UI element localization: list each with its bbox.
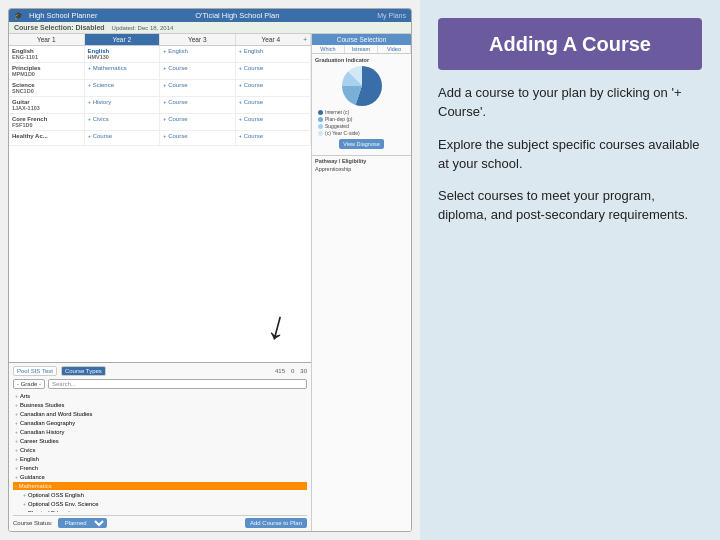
planner-titlebar: 🎓 High School Planner O'Ticial High Scho… (9, 9, 411, 22)
y3-healthy[interactable]: + Course (160, 131, 236, 145)
y3-guitar[interactable]: + Course (160, 97, 236, 113)
y2-english: EnglishHMV130 (85, 46, 161, 62)
y3-english[interactable]: + English (160, 46, 236, 62)
view-diagnose-button[interactable]: View Diagnose (339, 139, 384, 149)
planner-window: 🎓 High School Planner O'Ticial High Scho… (8, 8, 412, 532)
legend-item: Plan-dep (p) (315, 116, 408, 122)
count-3: 30 (300, 368, 307, 374)
table-row: Guitar1JAX-1103 + History + Course + Cou… (9, 97, 311, 114)
courses-area: Year 1 Year 2 Year 3 Year 4 + EnglishENG… (9, 34, 311, 531)
side-panel: Course Selection Which Istream Video Gra… (311, 34, 411, 531)
instruction-para-1: Add a course to your plan by clicking on… (420, 84, 720, 122)
list-item[interactable]: + Optional OSS English (13, 491, 307, 499)
grad-pie-chart (342, 66, 382, 106)
tab-istream[interactable]: Istream (345, 45, 378, 53)
course-status-select[interactable]: Planned (58, 518, 107, 528)
list-item[interactable]: + Optional OSS Env. Science (13, 500, 307, 508)
updated-date: Updated: Dec 18, 2014 (112, 25, 174, 31)
bottom-section: Pool SIS Test Course Types 415 0 30 - Gr… (9, 362, 311, 531)
y1-principles: PrinciplesMPM1D0 (9, 63, 85, 79)
app-title: High School Planner (29, 11, 97, 20)
y2-math[interactable]: + Mathematics (85, 63, 161, 79)
add-course-to-plan-button[interactable]: Add Course to Plan (245, 518, 307, 528)
grade-select[interactable]: - Grade - (13, 379, 45, 389)
right-panel: Adding A Course Add a course to your pla… (420, 0, 720, 540)
y4-guitar[interactable]: + Course (236, 97, 312, 113)
tab-pool-sis[interactable]: Pool SIS Test (13, 366, 57, 376)
year-headers: Year 1 Year 2 Year 3 Year 4 + (9, 34, 311, 46)
list-item[interactable]: + Canadian Geography (13, 419, 307, 427)
instruction-para-2: Explore the subject specific courses ava… (420, 136, 720, 174)
apprenticeship-label: Apprenticeship (315, 166, 408, 172)
course-list-area: + Arts + Business Studies + Canadian and… (13, 392, 307, 512)
pathway-label: Pathway / Eligibility (315, 158, 408, 164)
table-row: ScienceSNC1D0 + Science + Course + Cours… (9, 80, 311, 97)
y4-math[interactable]: + Course (236, 63, 312, 79)
side-panel-title: Course Selection (312, 34, 411, 45)
y3-french[interactable]: + Course (160, 114, 236, 130)
legend-item: Suggested (315, 123, 408, 129)
course-list-col: + Arts + Business Studies + Canadian and… (13, 392, 307, 512)
list-item[interactable]: + Canadian History (13, 428, 307, 436)
my-plans-link[interactable]: My Plans (377, 12, 406, 19)
year-3-header: Year 3 (160, 34, 236, 45)
y4-french[interactable]: + Course (236, 114, 312, 130)
list-item[interactable]: + Canadian and Word Studies (13, 410, 307, 418)
y2-civics[interactable]: + Civics (85, 114, 161, 130)
list-item[interactable]: + Civics (13, 446, 307, 454)
list-item[interactable]: + Guidance (13, 473, 307, 481)
course-rows: EnglishENG-1101 EnglishHMV130 + English … (9, 46, 311, 362)
list-item[interactable]: + Career Studies (13, 437, 307, 445)
search-row: - Grade - Search... (13, 379, 307, 389)
y4-healthy[interactable]: + Course (236, 131, 312, 145)
grad-indicator: Graduation Indicator Internet (c) Plan-d… (312, 54, 411, 155)
y2-history[interactable]: + History (85, 97, 161, 113)
y2-healthy[interactable]: + Course (85, 131, 161, 145)
legend-item: (c) Year C-side) (315, 130, 408, 136)
adding-course-title: Adding A Course (438, 18, 702, 70)
y3-math[interactable]: + Course (160, 63, 236, 79)
grad-indicator-title: Graduation Indicator (315, 57, 408, 63)
list-item[interactable]: + Arts (13, 392, 307, 400)
y1-science: ScienceSNC1D0 (9, 80, 85, 96)
list-item[interactable]: + English (13, 455, 307, 463)
year-2-header[interactable]: Year 2 (85, 34, 161, 45)
counts-area: 415 0 30 (275, 366, 307, 376)
table-row: Healthy Ac... + Course + Course + Course (9, 131, 311, 146)
y1-healthy: Healthy Ac... (9, 131, 85, 145)
course-status-row: Course Status: Planned Add Course to Pla… (13, 515, 307, 528)
planner-content: Year 1 Year 2 Year 3 Year 4 + EnglishENG… (9, 34, 411, 531)
bottom-tabs: Pool SIS Test Course Types 415 0 30 (13, 366, 307, 376)
side-panel-tabs: Which Istream Video (312, 45, 411, 54)
plan-name: O'Ticial High School Plan (103, 11, 371, 20)
y2-science[interactable]: + Science (85, 80, 161, 96)
planner-wrap: 🎓 High School Planner O'Ticial High Scho… (8, 8, 412, 532)
list-item[interactable]: + Business Studies (13, 401, 307, 409)
count-2: 0 (291, 368, 294, 374)
app-title-icon: 🎓 (14, 12, 23, 20)
list-item[interactable]: + Physical Education (13, 509, 307, 512)
table-row: Core FrenchFSF1D0 + Civics + Course + Co… (9, 114, 311, 131)
pathway-section: Pathway / Eligibility Apprenticeship (312, 155, 411, 174)
legend-item: Internet (c) (315, 109, 408, 115)
search-input[interactable]: Search... (48, 379, 307, 389)
instruction-para-3: Select courses to meet your program, dip… (420, 187, 720, 225)
y1-guitar: Guitar1JAX-1103 (9, 97, 85, 113)
y4-english[interactable]: + English (236, 46, 312, 62)
tab-video[interactable]: Video (378, 45, 411, 53)
y3-science[interactable]: + Course (160, 80, 236, 96)
year-4-header: Year 4 + (236, 34, 312, 45)
add-year-icon[interactable]: + (303, 36, 307, 43)
tab-course-types[interactable]: Course Types (61, 366, 106, 376)
subheader: Course Selection: Disabled Updated: Dec … (9, 22, 411, 34)
y4-science[interactable]: + Course (236, 80, 312, 96)
tab-which[interactable]: Which (312, 45, 345, 53)
y1-french: Core FrenchFSF1D0 (9, 114, 85, 130)
year-1-header: Year 1 (9, 34, 85, 45)
count-1: 415 (275, 368, 285, 374)
table-row: PrinciplesMPM1D0 + Mathematics + Course … (9, 63, 311, 80)
y1-english: EnglishENG-1101 (9, 46, 85, 62)
list-item-math[interactable]: - Mathematics (13, 482, 307, 490)
course-status-label: Course Status: (13, 520, 53, 526)
list-item[interactable]: + French (13, 464, 307, 472)
